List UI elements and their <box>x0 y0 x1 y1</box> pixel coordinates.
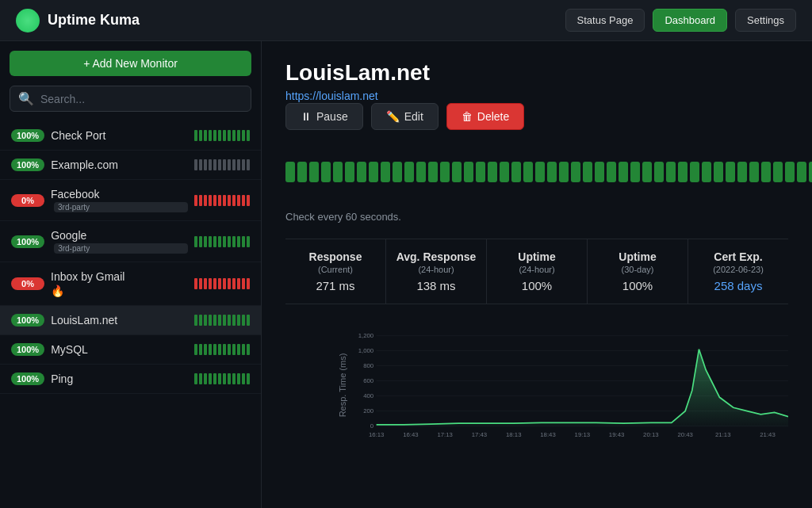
settings-button[interactable]: Settings <box>735 9 796 32</box>
header-left: Uptime Kuma <box>16 9 140 32</box>
uptime-bar-segment <box>452 162 462 182</box>
uptime-bar-segment <box>583 162 592 182</box>
monitor-list-item[interactable]: 100%Example.com <box>0 151 261 180</box>
main-layout: + Add New Monitor 🔍 100%Check Port100%Ex… <box>0 41 812 508</box>
delete-button[interactable]: 🗑 Delete <box>446 103 524 130</box>
stat-value: 271 ms <box>293 279 377 292</box>
uptime-bar-segment <box>749 162 759 182</box>
monitor-title: LouisLam.net <box>285 60 788 86</box>
monitor-list-item[interactable]: 100%MySQL <box>0 335 261 365</box>
check-interval: Check every 60 seconds. <box>285 211 788 223</box>
svg-text:16:43: 16:43 <box>403 431 418 438</box>
svg-text:20:43: 20:43 <box>677 431 692 438</box>
uptime-bar-segment <box>523 162 533 182</box>
content-area: LouisLam.net https://louislam.net ⏸ Paus… <box>262 41 812 508</box>
stat-sub: (Current) <box>293 265 377 274</box>
add-monitor-button[interactable]: + Add New Monitor <box>10 51 251 76</box>
stat-label: Cert Exp. <box>696 250 780 263</box>
uptime-bar-segment <box>666 162 676 182</box>
delete-icon: 🗑 <box>462 110 473 123</box>
monitor-list-item[interactable]: 0%Facebook3rd-party <box>0 180 261 221</box>
search-wrap: 🔍 <box>10 86 251 112</box>
uptime-bars <box>285 162 812 182</box>
monitor-name: Ping <box>51 372 188 385</box>
stat-value: 100% <box>596 279 680 292</box>
svg-text:17:13: 17:13 <box>437 431 452 438</box>
stat-sub: (24-hour) <box>495 265 579 274</box>
header: Uptime Kuma Status Page Dashboard Settin… <box>0 0 812 41</box>
status-bars <box>194 278 250 289</box>
uptime-bar-segment <box>464 162 473 182</box>
uptime-bar-segment <box>511 162 521 182</box>
uptime-bar-segment <box>571 162 580 182</box>
monitor-name: MySQL <box>51 343 188 356</box>
pause-button[interactable]: ⏸ Pause <box>285 103 363 130</box>
stats-row: Response(Current)271 msAvg. Response(24-… <box>285 239 788 304</box>
monitor-name: LouisLam.net <box>51 314 188 327</box>
uptime-bar-segment <box>678 162 688 182</box>
uptime-bar-segment <box>773 162 783 182</box>
uptime-bar-segment <box>357 162 366 182</box>
stat-sub: (24-hour) <box>394 265 478 274</box>
chart-y-axis-label: Resp. Time (ms) <box>338 353 347 418</box>
chart-svg: 1,200 1,000 800 600 400 200 0 <box>349 320 788 447</box>
uptime-bar-segment <box>393 162 402 182</box>
status-bars <box>194 159 250 170</box>
uptime-bar-segment <box>500 162 509 182</box>
uptime-bar-segment <box>714 162 723 182</box>
stat-item: Uptime(24-hour)100% <box>487 239 588 304</box>
svg-text:18:13: 18:13 <box>506 431 521 438</box>
monitor-list-item[interactable]: 0%Inbox by Gmail🔥 <box>0 262 261 306</box>
edit-button[interactable]: ✏️ Edit <box>371 103 439 130</box>
stat-item: Avg. Response(24-hour)138 ms <box>386 239 487 304</box>
uptime-bar-segment <box>488 162 497 182</box>
uptime-bar-segment <box>737 162 747 182</box>
stat-sub: (2022-06-23) <box>696 265 780 274</box>
svg-text:19:13: 19:13 <box>575 431 590 438</box>
monitor-name: Check Port <box>51 129 188 142</box>
status-badge: 100% <box>11 372 44 385</box>
uptime-bar-segment <box>702 162 711 182</box>
monitor-url[interactable]: https://louislam.net <box>285 90 378 102</box>
uptime-bar-segment <box>797 162 806 182</box>
monitor-list-item[interactable]: 100%LouisLam.net <box>0 306 261 335</box>
uptime-bar-segment <box>285 162 295 182</box>
uptime-bar-segment <box>309 162 319 182</box>
uptime-bar-segment <box>440 162 450 182</box>
dashboard-button[interactable]: Dashboard <box>653 9 727 32</box>
uptime-bar-segment <box>619 162 628 182</box>
monitor-list: 100%Check Port100%Example.com0%Facebook3… <box>0 121 261 394</box>
monitor-list-item[interactable]: 100%Google3rd-party <box>0 221 261 262</box>
chart-wrapper: Resp. Time (ms) 1,200 1,000 800 600 400 <box>285 320 788 450</box>
svg-text:16:13: 16:13 <box>369 431 384 438</box>
sidebar-top: + Add New Monitor 🔍 <box>0 41 261 121</box>
svg-text:800: 800 <box>363 362 374 369</box>
app-logo <box>16 9 40 32</box>
status-bars <box>194 195 250 206</box>
svg-text:19:43: 19:43 <box>609 431 624 438</box>
monitor-list-item[interactable]: 100%Check Port <box>0 121 261 151</box>
stat-item: Uptime(30-day)100% <box>588 239 688 304</box>
uptime-bar-segment <box>690 162 699 182</box>
search-input[interactable] <box>40 93 243 105</box>
stat-sub: (30-day) <box>596 265 680 274</box>
tag-badge: 3rd-party <box>54 202 188 212</box>
monitor-list-item[interactable]: 100%Ping <box>0 365 261 394</box>
status-page-button[interactable]: Status Page <box>565 9 645 32</box>
uptime-bar-segment <box>547 162 557 182</box>
uptime-bar-segment <box>416 162 426 182</box>
fire-icon: 🔥 <box>51 285 188 297</box>
stat-item: Response(Current)271 ms <box>285 239 386 304</box>
uptime-bar-segment <box>404 162 414 182</box>
pause-icon: ⏸ <box>301 110 312 123</box>
stat-value: 100% <box>495 279 579 292</box>
uptime-bar-segment <box>607 162 616 182</box>
status-badge: 100% <box>11 314 44 327</box>
status-bars <box>194 315 250 326</box>
status-bars <box>194 236 250 247</box>
status-bars <box>194 373 250 384</box>
svg-text:400: 400 <box>363 392 374 399</box>
uptime-bar-segment <box>630 162 640 182</box>
stat-value[interactable]: 258 days <box>696 279 780 292</box>
stat-label: Uptime <box>495 250 579 263</box>
